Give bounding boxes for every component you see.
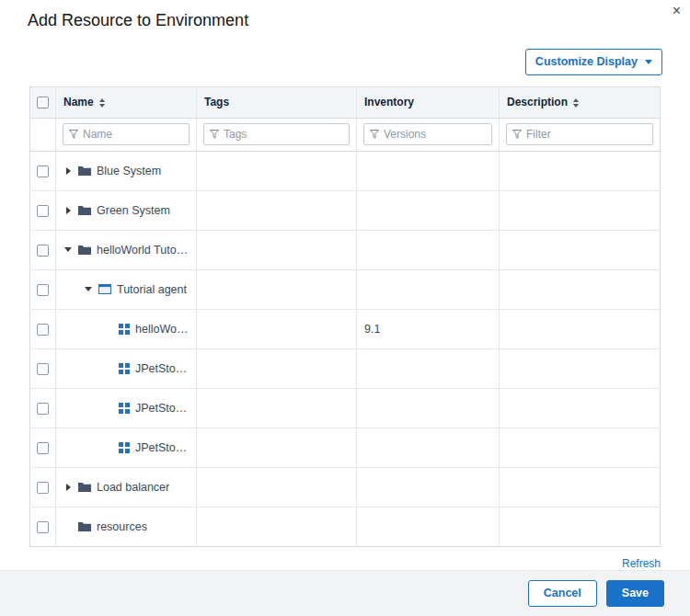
description-cell xyxy=(500,388,661,428)
checkbox-cell xyxy=(30,230,56,269)
filter-spacer-cell xyxy=(30,118,56,151)
row-checkbox[interactable] xyxy=(37,363,49,375)
inventory-cell xyxy=(357,428,500,467)
component-icon xyxy=(119,442,130,453)
folder-icon xyxy=(78,205,91,215)
table-row: JPetStore-WEB xyxy=(30,428,661,467)
expand-icon[interactable] xyxy=(63,167,73,175)
table-row: Tutorial agent xyxy=(30,269,661,309)
tags-cell xyxy=(197,190,357,230)
folder-icon xyxy=(78,521,91,531)
row-checkbox[interactable] xyxy=(37,521,49,533)
inventory-cell xyxy=(357,348,500,388)
description-cell xyxy=(500,230,661,269)
resource-name[interactable]: JPetStore-APP xyxy=(135,362,189,375)
tags-cell xyxy=(197,230,357,269)
checkbox-cell xyxy=(30,269,56,309)
description-cell xyxy=(500,190,661,230)
row-checkbox[interactable] xyxy=(37,205,49,217)
expand-icon[interactable] xyxy=(63,207,73,214)
inventory-cell xyxy=(357,190,500,230)
add-resource-dialog: × Add Resource to Environment Customize … xyxy=(0,0,690,571)
name-cell: Tutorial agent xyxy=(56,269,197,309)
collapse-icon[interactable] xyxy=(63,247,73,252)
name-cell: helloWorld xyxy=(56,309,197,348)
inventory-cell xyxy=(357,388,500,428)
column-header-description[interactable]: Description xyxy=(500,86,661,118)
resource-name[interactable]: JPetStore-WEB xyxy=(135,441,189,454)
resource-name[interactable]: resources xyxy=(97,520,147,533)
row-checkbox[interactable] xyxy=(37,165,49,177)
chevron-down-icon xyxy=(645,60,652,64)
tags-cell xyxy=(197,151,357,190)
resource-name[interactable]: Green System xyxy=(97,204,170,217)
component-icon xyxy=(119,324,130,335)
name-cell: JPetStore-DB xyxy=(56,388,197,428)
checkbox-cell xyxy=(30,151,56,190)
table-body: Blue SystemGreen SystemhelloWorld Tutori… xyxy=(30,151,661,546)
resource-name[interactable]: helloWorld xyxy=(135,323,189,336)
name-cell: resources xyxy=(56,507,197,546)
inventory-cell xyxy=(357,230,500,269)
description-cell xyxy=(500,428,661,467)
row-checkbox[interactable] xyxy=(37,442,49,454)
cancel-button[interactable]: Cancel xyxy=(528,580,597,607)
description-cell xyxy=(500,507,661,546)
collapse-icon[interactable] xyxy=(84,287,93,291)
tags-cell xyxy=(197,507,357,546)
name-cell: JPetStore-APP xyxy=(56,348,197,388)
save-button[interactable]: Save xyxy=(606,580,664,607)
refresh-link[interactable]: Refresh xyxy=(622,557,661,570)
resource-table: Name Tags Inventory Description xyxy=(29,86,661,547)
name-filter-input[interactable] xyxy=(83,128,183,141)
filter-funnel-icon xyxy=(69,130,78,139)
customize-display-button[interactable]: Customize Display xyxy=(525,49,662,75)
inventory-cell xyxy=(357,467,500,507)
column-label-name: Name xyxy=(63,96,94,108)
inventory-cell: 9.1 xyxy=(357,309,500,348)
checkbox-cell xyxy=(30,467,56,507)
tags-cell xyxy=(197,269,357,309)
row-checkbox[interactable] xyxy=(37,403,49,415)
inventory-filter-input[interactable] xyxy=(384,128,486,141)
description-filter-input[interactable] xyxy=(526,128,647,141)
resource-name[interactable]: helloWorld Tutorial xyxy=(97,244,189,257)
table-row: resources xyxy=(30,507,661,546)
checkbox-cell xyxy=(30,388,56,428)
sort-icon xyxy=(99,98,105,108)
resource-name[interactable]: Blue System xyxy=(97,165,161,177)
filter-funnel-icon xyxy=(512,130,522,139)
refresh-row: Refresh xyxy=(29,554,661,571)
select-all-checkbox[interactable] xyxy=(37,97,49,108)
checkbox-cell xyxy=(30,348,56,388)
tags-cell xyxy=(197,348,357,388)
table-row: Green System xyxy=(30,190,661,230)
component-icon xyxy=(119,403,130,414)
name-cell: Load balancer xyxy=(56,467,197,507)
resource-name[interactable]: Tutorial agent xyxy=(117,283,187,296)
name-cell: Blue System xyxy=(56,151,197,190)
select-all-cell xyxy=(30,86,56,118)
tags-cell xyxy=(197,388,357,428)
close-icon[interactable]: × xyxy=(673,4,681,18)
resource-name[interactable]: Load balancer xyxy=(97,481,169,494)
filter-funnel-icon xyxy=(210,130,219,139)
inventory-cell xyxy=(357,507,500,546)
description-cell xyxy=(500,467,661,507)
row-checkbox[interactable] xyxy=(37,482,49,494)
toolbar: Customize Display xyxy=(0,30,690,83)
inventory-cell xyxy=(357,269,500,309)
tags-filter-input[interactable] xyxy=(224,128,343,141)
resource-name[interactable]: JPetStore-DB xyxy=(135,402,189,415)
row-checkbox[interactable] xyxy=(37,245,49,257)
table-header-row: Name Tags Inventory Description xyxy=(30,86,661,118)
folder-icon xyxy=(78,165,91,176)
expand-icon[interactable] xyxy=(63,484,73,491)
table-row: helloWorld9.1 xyxy=(30,309,661,348)
column-header-name[interactable]: Name xyxy=(56,86,197,118)
tags-cell xyxy=(197,467,357,507)
row-checkbox[interactable] xyxy=(37,324,49,336)
table-row: helloWorld Tutorial xyxy=(30,230,661,269)
row-checkbox[interactable] xyxy=(37,284,49,296)
column-header-inventory: Inventory xyxy=(357,86,500,118)
